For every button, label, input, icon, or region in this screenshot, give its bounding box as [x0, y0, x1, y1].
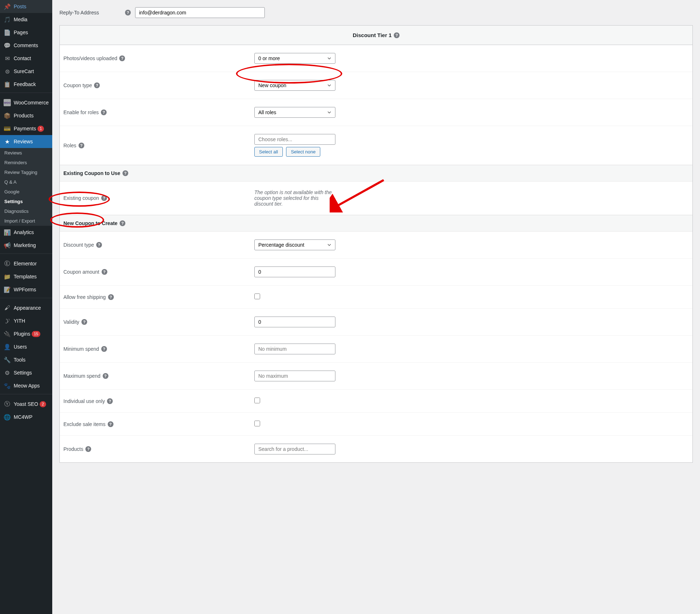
- help-icon[interactable]: ?: [119, 55, 125, 61]
- photos-select[interactable]: 0 or more: [254, 53, 335, 64]
- individual-use-label: Individual use only?: [63, 398, 254, 404]
- sidebar-analytics[interactable]: 📊Analytics: [0, 226, 52, 239]
- menu-group: 📌Posts 🎵Media 📄Pages 💬Comments ✉Contact …: [0, 0, 52, 91]
- roles-input[interactable]: [254, 134, 335, 145]
- sidebar-pages[interactable]: 📄Pages: [0, 26, 52, 39]
- sidebar-woocommerce[interactable]: wooWooCommerce: [0, 96, 52, 109]
- help-icon[interactable]: ?: [81, 319, 87, 325]
- coupon-amount-input[interactable]: [254, 266, 335, 277]
- help-icon[interactable]: ?: [79, 143, 84, 148]
- free-shipping-checkbox[interactable]: [254, 293, 260, 299]
- globe-icon: 🌐: [4, 413, 11, 421]
- sidebar-media[interactable]: 🎵Media: [0, 13, 52, 26]
- sidebar-users[interactable]: 👤Users: [0, 340, 52, 353]
- discount-tier-panel: Discount Tier 1 ? Photos/videos uploaded…: [59, 25, 693, 463]
- products-icon: 📦: [4, 112, 11, 119]
- free-shipping-label: Allow free shipping?: [63, 294, 254, 300]
- coupon-amount-row: Coupon amount?: [60, 259, 692, 286]
- sidebar-products[interactable]: 📦Products: [0, 109, 52, 122]
- sidebar-posts[interactable]: 📌Posts: [0, 0, 52, 13]
- sidebar-comments[interactable]: 💬Comments: [0, 39, 52, 52]
- admin-sidebar: 📌Posts 🎵Media 📄Pages 💬Comments ✉Contact …: [0, 0, 52, 477]
- help-icon[interactable]: ?: [103, 373, 108, 379]
- yoast-icon: Ⓨ: [4, 400, 11, 408]
- sidebar-yith[interactable]: 𝓨YITH: [0, 314, 52, 327]
- sidebar-payments[interactable]: 💳Payments1: [0, 122, 52, 135]
- validity-input[interactable]: [254, 317, 335, 327]
- submenu-reviews[interactable]: Reviews: [0, 148, 52, 158]
- sidebar-reviews[interactable]: ★Reviews: [0, 135, 52, 148]
- help-icon[interactable]: ?: [94, 82, 100, 88]
- submenu-google[interactable]: Google: [0, 187, 52, 197]
- wrench-icon: 🔧: [4, 356, 11, 363]
- sidebar-meow[interactable]: 🐾Meow Apps: [0, 379, 52, 392]
- coupon-type-select[interactable]: New coupon: [254, 80, 335, 91]
- submenu-settings[interactable]: Settings: [0, 197, 52, 206]
- photos-label: Photos/videos uploaded?: [63, 55, 254, 61]
- help-icon[interactable]: ?: [85, 446, 91, 452]
- reviews-submenu: Reviews Reminders Review Tagging Q & A G…: [0, 148, 52, 226]
- menu-separator: [0, 254, 52, 255]
- sidebar-tools[interactable]: 🔧Tools: [0, 353, 52, 366]
- discount-type-label: Discount type?: [63, 242, 254, 248]
- max-spend-row: Maximum spend?: [60, 363, 692, 390]
- submenu-qa[interactable]: Q & A: [0, 177, 52, 187]
- products-input[interactable]: [254, 444, 335, 454]
- max-spend-input[interactable]: [254, 371, 335, 381]
- min-spend-input[interactable]: [254, 344, 335, 354]
- coupon-amount-label: Coupon amount?: [63, 269, 254, 275]
- sidebar-yoast[interactable]: ⓎYoast SEO2: [0, 398, 52, 411]
- validity-label: Validity?: [63, 319, 254, 325]
- enable-roles-select[interactable]: All roles: [254, 107, 335, 118]
- media-icon: 🎵: [4, 16, 11, 23]
- sidebar-elementor[interactable]: ⒺElementor: [0, 257, 52, 270]
- help-icon[interactable]: ?: [394, 32, 400, 38]
- sidebar-mc4wp[interactable]: 🌐MC4WP: [0, 411, 52, 423]
- exclude-sale-label: Exclude sale items?: [63, 421, 254, 427]
- help-icon[interactable]: ?: [122, 170, 128, 176]
- sidebar-surecart[interactable]: ⊜SureCart: [0, 65, 52, 78]
- select-all-button[interactable]: Select all: [254, 147, 283, 157]
- help-icon[interactable]: ?: [120, 220, 125, 226]
- sidebar-templates[interactable]: 📁Templates: [0, 270, 52, 283]
- validity-row: Validity?: [60, 309, 692, 336]
- surecart-icon: ⊜: [4, 68, 11, 75]
- yoast-badge: 2: [40, 401, 46, 407]
- sidebar-appearance[interactable]: 🖌Appearance: [0, 301, 52, 314]
- elementor-icon: Ⓔ: [4, 260, 11, 267]
- sidebar-settings[interactable]: ⚙Settings: [0, 366, 52, 379]
- help-icon[interactable]: ?: [107, 398, 113, 404]
- select-none-button[interactable]: Select none: [286, 147, 320, 157]
- submenu-import-export[interactable]: Import / Export: [0, 216, 52, 226]
- sidebar-contact[interactable]: ✉Contact: [0, 52, 52, 65]
- menu-separator: [0, 394, 52, 396]
- help-icon[interactable]: ?: [101, 195, 107, 201]
- max-spend-label: Maximum spend?: [63, 373, 254, 379]
- existing-coupon-header: Existing Coupon to Use?: [60, 165, 692, 181]
- sidebar-marketing[interactable]: 📢Marketing: [0, 239, 52, 252]
- discount-type-select[interactable]: Percentage discount: [254, 239, 335, 250]
- sidebar-plugins[interactable]: 🔌Plugins15: [0, 327, 52, 340]
- sidebar-wpforms[interactable]: 📝WPForms: [0, 283, 52, 296]
- individual-use-checkbox[interactable]: [254, 398, 260, 403]
- submenu-diagnostics[interactable]: Diagnostics: [0, 206, 52, 216]
- individual-use-row: Individual use only?: [60, 390, 692, 413]
- menu-separator: [0, 93, 52, 94]
- menu-separator: [0, 298, 52, 300]
- submenu-reminders[interactable]: Reminders: [0, 158, 52, 167]
- reply-to-input[interactable]: [135, 7, 265, 18]
- help-icon[interactable]: ?: [101, 109, 107, 115]
- help-icon[interactable]: ?: [108, 421, 113, 427]
- help-icon[interactable]: ?: [125, 10, 131, 15]
- help-icon[interactable]: ?: [108, 294, 114, 300]
- help-icon[interactable]: ?: [101, 346, 107, 352]
- help-icon[interactable]: ?: [96, 242, 102, 248]
- sidebar-feedback[interactable]: 📋Feedback: [0, 78, 52, 91]
- paw-icon: 🐾: [4, 382, 11, 389]
- roles-row: Roles? Select all Select none: [60, 126, 692, 165]
- help-icon[interactable]: ?: [102, 269, 107, 275]
- submenu-review-tagging[interactable]: Review Tagging: [0, 167, 52, 177]
- products-label: Products?: [63, 446, 254, 452]
- exclude-sale-checkbox[interactable]: [254, 421, 260, 426]
- menu-group: ⒺElementor 📁Templates 📝WPForms: [0, 257, 52, 296]
